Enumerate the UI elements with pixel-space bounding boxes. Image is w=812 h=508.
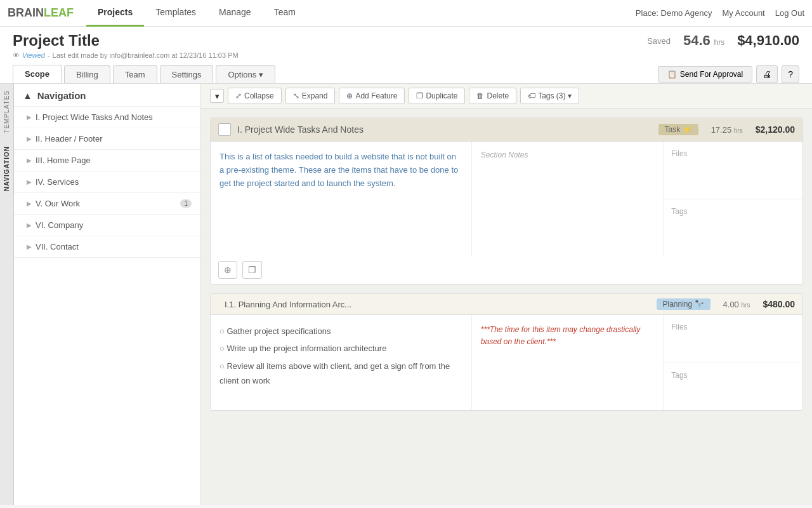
tab-options[interactable]: Options ▾ [216,65,275,83]
tab-bar: Scope Billing Team Settings Options ▾ 📋 … [13,61,799,83]
nav-header: ▲ Navigation [14,84,200,107]
expand-button[interactable]: ⤡ Expand [285,88,336,104]
nav-manage[interactable]: Manage [207,0,263,27]
logo-leaf: LEAF [44,6,74,19]
nav-item-7[interactable]: ▶ VII. Contact [14,236,200,258]
project-title-row: Project Title Saved 54.6 hrs $4,910.00 [13,32,799,50]
tags-button[interactable]: 🏷 Tags (3) ▾ [520,88,579,104]
section-2-notes[interactable]: ***The time for this item may change dra… [472,315,664,410]
nav-item-1[interactable]: ▶ I. Project Wide Tasks And Notes [14,107,200,128]
send-approval-icon: 📋 [667,70,677,79]
nav-panel: ▲ Navigation ▶ I. Project Wide Tasks And… [14,84,201,505]
delete-icon: 🗑 [476,91,484,100]
tab-billing[interactable]: Billing [64,65,110,83]
nav-label-6: VI. Company [36,220,83,230]
section-1-tags[interactable]: Tags [664,199,802,257]
top-nav: BRAINLEAF Projects Templates Manage Team… [0,0,812,27]
send-approval-button[interactable]: 📋 Send For Approval [658,66,752,83]
section-2-badge: Planning 🔭 [657,298,710,310]
nav-arrow-4: ▶ [27,178,32,185]
section-2-card: I.1. Planning And Information Arc... Pla… [210,293,803,411]
nav-label-2: II. Header / Footer [36,134,103,144]
tab-bar-right: 📋 Send For Approval 🖨 ? [645,65,799,83]
section-2-price: $480.00 [763,299,795,309]
add-feature-button[interactable]: ⊕ Add Feature [339,88,405,104]
meta-edit-info: Last edit made by info@brainleaf.com at … [53,51,239,59]
section-1-checkbox[interactable] [218,123,231,136]
section-2-body: Gather project specifications Write up t… [211,315,802,410]
section-1-price: $2,120.00 [756,124,795,135]
logo-brain: BRAIN [8,6,44,19]
place-label: Place: Demo Agency [636,8,712,18]
nav-items: ▶ I. Project Wide Tasks And Notes ▶ II. … [14,107,200,505]
task-item-2: Write up the project information archite… [219,341,462,356]
duplicate-button[interactable]: ❐ Duplicate [409,88,465,104]
help-button[interactable]: ? [782,65,799,83]
main-layout: Templates Navigation ▲ Navigation ▶ I. P… [0,84,812,505]
nav-team[interactable]: Team [263,0,307,27]
project-title: Project Title [13,32,100,50]
section-2-header: I.1. Planning And Information Arc... Pla… [211,294,802,315]
section-add-icon-btn[interactable]: ⊕ [218,261,237,279]
expand-icon: ⤡ [293,91,299,100]
print-button[interactable]: 🖨 [756,65,778,83]
nav-collapse-icon[interactable]: ▲ [23,90,32,101]
section-1-badge: Task ⚡ [658,124,698,135]
section-2-title: I.1. Planning And Information Arc... [225,300,650,309]
section-1-description[interactable]: This is a list of tasks needed to build … [211,142,472,256]
nav-label-1: I. Project Wide Tasks And Notes [36,112,153,122]
nav-item-3[interactable]: ▶ III. Home Page [14,150,200,171]
meta-dash: - [48,51,50,59]
duplicate-icon: ❐ [416,91,423,100]
tags-label: Tags (3) ▾ [538,91,572,100]
nav-arrow-7: ▶ [27,243,32,250]
section-1-files[interactable]: Files [664,142,802,199]
nav-title: Navigation [37,90,86,101]
select-all-checkbox[interactable]: ▾ [210,89,224,103]
content-area: ▾ ⤢ Collapse ⤡ Expand ⊕ Add Feature ❐ Du… [201,84,812,505]
duplicate-label: Duplicate [426,91,457,100]
expand-label: Expand [302,91,328,100]
logout-link[interactable]: Log Out [775,8,804,18]
add-feature-icon: ⊕ [346,91,353,100]
section-2-tags[interactable]: Tags [664,363,802,411]
nav-item-5[interactable]: ▶ V. Our Work 1 [14,193,200,215]
nav-label-4: IV. Services [36,177,79,187]
vert-navigation-label[interactable]: Navigation [1,140,12,197]
vert-templates-label[interactable]: Templates [1,84,12,140]
nav-item-4[interactable]: ▶ IV. Services [14,171,200,193]
section-1-notes[interactable]: Section Notes [472,142,664,256]
section-1-actions: ⊕ ❐ [211,256,802,284]
section-1-card: I. Project Wide Tasks And Notes Task ⚡ 1… [210,117,803,284]
nav-item-6[interactable]: ▶ VI. Company [14,215,200,236]
section-2-files[interactable]: Files [664,315,802,363]
collapse-button[interactable]: ⤢ Collapse [228,88,282,104]
tab-team[interactable]: Team [113,65,157,83]
nav-arrow-6: ▶ [27,222,32,229]
section-2-task-list: Gather project specifications Write up t… [219,324,462,389]
nav-item-2[interactable]: ▶ II. Header / Footer [14,128,200,150]
nav-count-5: 1 [180,199,192,208]
send-approval-label: Send For Approval [680,70,743,79]
logo: BRAINLEAF [8,6,74,20]
project-meta: 👁 Viewed - Last edit made by info@brainl… [13,50,799,61]
nav-arrow-1: ▶ [27,114,32,121]
nav-templates[interactable]: Templates [144,0,207,27]
content-toolbar: ▾ ⤢ Collapse ⤡ Expand ⊕ Add Feature ❐ Du… [201,84,812,109]
section-1-hours: 17.25 hrs [711,125,743,135]
delete-label: Delete [487,91,509,100]
delete-button[interactable]: 🗑 Delete [469,88,516,104]
section-1-title: I. Project Wide Tasks And Notes [237,124,652,135]
nav-label-5: V. Our Work [36,199,80,208]
my-account-link[interactable]: My Account [723,8,765,18]
project-header: Project Title Saved 54.6 hrs $4,910.00 👁… [0,27,812,84]
section-1-right: Files Tags [664,142,802,256]
project-hours: 54.6 hrs [683,32,724,49]
section-copy-icon-btn[interactable]: ❐ [242,261,262,279]
tab-scope[interactable]: Scope [13,65,62,83]
tags-icon: 🏷 [528,91,535,100]
nav-arrow-5: ▶ [27,200,32,207]
viewed-label: Viewed [22,51,45,59]
tab-settings[interactable]: Settings [160,65,214,83]
nav-projects[interactable]: Projects [86,0,144,27]
